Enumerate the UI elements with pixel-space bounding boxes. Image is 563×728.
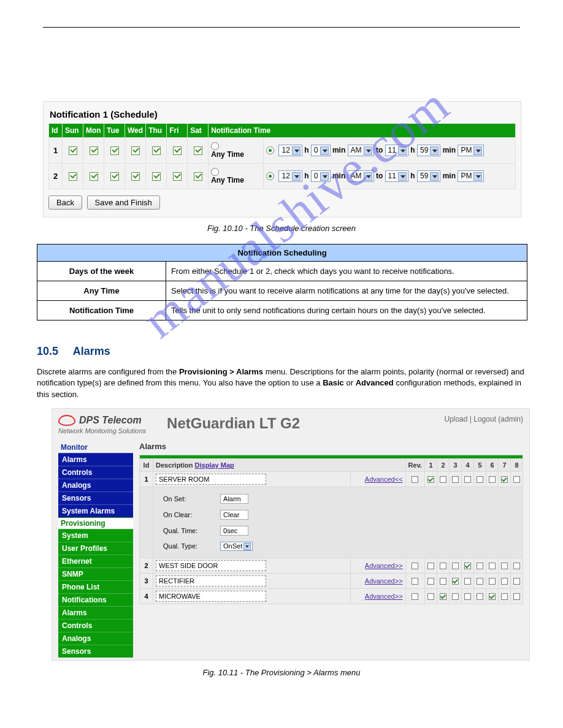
nav-item[interactable]: Notifications bbox=[58, 593, 133, 606]
notif-checkbox[interactable] bbox=[440, 563, 446, 569]
notif-checkbox[interactable] bbox=[427, 476, 434, 483]
notif-checkbox[interactable] bbox=[452, 578, 459, 585]
advanced-link[interactable]: Advanced>> bbox=[365, 562, 403, 569]
to-min-select[interactable]: 59 bbox=[417, 170, 440, 182]
alarm-desc-input[interactable]: MICROWAVE bbox=[156, 591, 266, 602]
day-checkbox[interactable] bbox=[69, 172, 77, 181]
from-hour-select[interactable]: 12 bbox=[278, 145, 302, 156]
onclear-input[interactable]: Clear bbox=[220, 510, 248, 520]
save-and-finish-button[interactable]: Save and Finish bbox=[87, 195, 160, 210]
day-checkbox[interactable] bbox=[194, 172, 202, 181]
day-checkbox[interactable] bbox=[152, 172, 161, 181]
nav-item[interactable]: System bbox=[58, 529, 133, 542]
onset-input[interactable]: Alarm bbox=[220, 494, 248, 504]
day-checkbox[interactable] bbox=[173, 172, 182, 181]
nav-item[interactable]: Controls bbox=[58, 466, 133, 479]
time-range-radio[interactable] bbox=[266, 172, 274, 180]
day-checkbox[interactable] bbox=[110, 146, 119, 155]
back-button[interactable]: Back bbox=[48, 195, 82, 210]
nav-item[interactable]: Ethernet bbox=[58, 555, 133, 567]
notif-checkbox[interactable] bbox=[427, 593, 434, 600]
notif-checkbox[interactable] bbox=[440, 593, 446, 600]
day-checkbox[interactable] bbox=[90, 146, 98, 155]
day-checkbox[interactable] bbox=[131, 172, 140, 181]
advanced-link[interactable]: Advanced<< bbox=[365, 476, 403, 483]
to-hour-select[interactable]: 11 bbox=[385, 145, 408, 156]
nav-item[interactable]: Controls bbox=[58, 619, 133, 632]
nav-item[interactable]: Analogs bbox=[58, 479, 133, 491]
notif-checkbox[interactable] bbox=[513, 593, 520, 600]
notif-checkbox[interactable] bbox=[440, 476, 446, 483]
advanced-link[interactable]: Advanced>> bbox=[365, 577, 403, 585]
notif-checkbox[interactable] bbox=[513, 476, 520, 483]
qualtime-input[interactable]: 0sec bbox=[220, 526, 248, 536]
day-checkbox[interactable] bbox=[69, 146, 77, 155]
to-min-select[interactable]: 59 bbox=[417, 145, 440, 156]
notif-checkbox[interactable] bbox=[513, 563, 520, 569]
notif-checkbox[interactable] bbox=[501, 563, 508, 569]
alarm-row: 3 RECTIFIER Advanced>> bbox=[140, 574, 523, 589]
rev-checkbox[interactable] bbox=[412, 578, 418, 585]
rev-checkbox[interactable] bbox=[412, 593, 418, 600]
day-checkbox[interactable] bbox=[173, 146, 182, 155]
nav-item[interactable]: Analogs bbox=[58, 632, 133, 645]
alarm-desc-input[interactable]: WEST SIDE DOOR bbox=[156, 560, 266, 571]
to-ampm-select[interactable]: PM bbox=[458, 145, 484, 156]
to-hour-select[interactable]: 11 bbox=[385, 170, 408, 182]
from-min-select[interactable]: 0 bbox=[311, 170, 331, 182]
notif-checkbox[interactable] bbox=[489, 563, 496, 569]
alarm-desc-input[interactable]: RECTIFIER bbox=[156, 575, 266, 586]
from-hour-select[interactable]: 12 bbox=[278, 170, 302, 182]
nav-item[interactable]: User Profiles bbox=[58, 542, 133, 555]
notif-checkbox[interactable] bbox=[501, 593, 508, 600]
notif-checkbox[interactable] bbox=[464, 476, 471, 483]
rev-checkbox[interactable] bbox=[412, 476, 418, 483]
nav-item[interactable]: Alarms bbox=[58, 453, 133, 466]
anytime-radio[interactable] bbox=[211, 168, 219, 176]
nav-item[interactable]: Phone List bbox=[58, 580, 133, 593]
from-ampm-select[interactable]: AM bbox=[348, 145, 374, 156]
alarm-desc-input[interactable]: SERVER ROOM bbox=[156, 474, 266, 485]
from-min-select[interactable]: 0 bbox=[311, 145, 331, 156]
notif-checkbox[interactable] bbox=[452, 563, 459, 569]
notif-checkbox[interactable] bbox=[452, 593, 459, 600]
notif-checkbox[interactable] bbox=[489, 578, 496, 585]
notif-checkbox[interactable] bbox=[513, 578, 520, 585]
notif-checkbox[interactable] bbox=[477, 578, 483, 585]
rev-checkbox[interactable] bbox=[412, 563, 418, 569]
nav-item[interactable]: Sensors bbox=[58, 491, 133, 504]
display-map-link[interactable]: Display Map bbox=[195, 461, 234, 469]
nav-item[interactable]: Sensors bbox=[58, 645, 133, 658]
notif-checkbox[interactable] bbox=[501, 578, 508, 585]
notif-checkbox[interactable] bbox=[427, 563, 434, 569]
notif-checkbox[interactable] bbox=[464, 563, 471, 569]
time-range-radio[interactable] bbox=[266, 146, 274, 154]
nav-item[interactable]: SNMP bbox=[58, 567, 133, 580]
col-n6: 6 bbox=[486, 459, 499, 472]
notif-checkbox[interactable] bbox=[440, 578, 446, 585]
notif-checkbox[interactable] bbox=[464, 593, 471, 600]
day-checkbox[interactable] bbox=[110, 172, 119, 181]
upload-link[interactable]: Upload bbox=[444, 415, 467, 423]
notif-checkbox[interactable] bbox=[489, 476, 496, 483]
notif-checkbox[interactable] bbox=[452, 476, 459, 483]
to-ampm-select[interactable]: PM bbox=[458, 170, 484, 182]
qualtype-select[interactable]: OnSet bbox=[220, 542, 253, 551]
day-checkbox[interactable] bbox=[131, 146, 140, 155]
advanced-link[interactable]: Advanced>> bbox=[365, 593, 403, 600]
anytime-radio[interactable] bbox=[211, 142, 219, 150]
notif-checkbox[interactable] bbox=[464, 578, 471, 585]
nav-item[interactable]: Alarms bbox=[58, 606, 133, 619]
notif-checkbox[interactable] bbox=[477, 476, 483, 483]
day-checkbox[interactable] bbox=[194, 146, 202, 155]
day-checkbox[interactable] bbox=[152, 146, 161, 155]
from-ampm-select[interactable]: AM bbox=[348, 170, 374, 182]
notif-checkbox[interactable] bbox=[427, 578, 434, 585]
notif-checkbox[interactable] bbox=[501, 476, 508, 483]
nav-item[interactable]: System Alarms bbox=[58, 504, 133, 517]
day-checkbox[interactable] bbox=[90, 172, 98, 181]
notif-checkbox[interactable] bbox=[477, 563, 483, 569]
notif-checkbox[interactable] bbox=[477, 593, 483, 600]
notif-checkbox[interactable] bbox=[489, 593, 496, 600]
logout-link[interactable]: Logout bbox=[473, 415, 496, 423]
